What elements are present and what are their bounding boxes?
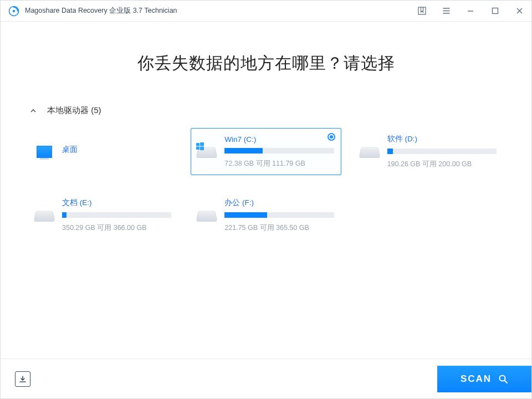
chevron-up-icon: [29, 107, 37, 115]
usage-bar: [62, 212, 171, 218]
minimize-button[interactable]: [458, 1, 483, 22]
drive-name: Win7 (C:): [224, 135, 334, 144]
search-icon: [498, 374, 508, 384]
drive-stats: 350.29 GB 可用 366.00 GB: [62, 223, 171, 233]
svg-rect-5: [200, 142, 204, 146]
hdd-icon: [197, 209, 216, 222]
drive-stats: 190.26 GB 可用 200.00 GB: [387, 160, 497, 169]
app-window: Magoshare Data Recovery 企业版 3.7 Technici…: [0, 0, 532, 399]
main-content: 你丢失数据的地方在哪里？请选择 本地驱动器 (5) 桌面Win7 (C:)72.…: [1, 22, 531, 359]
hdd-icon: [360, 146, 379, 158]
drive-item-e[interactable]: 文档 (E:)350.29 GB 可用 366.00 GB: [28, 192, 178, 239]
section-header-local-drives[interactable]: 本地驱动器 (5): [29, 105, 509, 116]
maximize-button[interactable]: [483, 1, 507, 22]
drive-name: 桌面: [62, 145, 171, 155]
svg-rect-6: [196, 146, 200, 150]
export-button[interactable]: [15, 371, 30, 387]
app-title: Magoshare Data Recovery 企业版 3.7 Technici…: [25, 6, 177, 16]
svg-point-1: [13, 9, 15, 12]
drive-item-d[interactable]: 软件 (D:)190.26 GB 可用 200.00 GB: [354, 128, 504, 175]
close-button[interactable]: [507, 1, 531, 22]
bookmarks-button[interactable]: [410, 1, 434, 22]
footer: SCAN: [1, 359, 531, 398]
svg-rect-4: [196, 143, 200, 146]
drive-name: 文档 (E:): [62, 198, 171, 208]
usage-bar: [224, 212, 334, 218]
app-logo-icon: [8, 6, 19, 17]
drive-name: 办公 (F:): [224, 198, 334, 208]
selected-radio-icon: [328, 133, 335, 141]
drive-item-f[interactable]: 办公 (F:)221.75 GB 可用 365.50 GB: [191, 192, 341, 239]
page-headline: 你丢失数据的地方在哪里？请选择: [23, 52, 509, 75]
svg-rect-7: [200, 146, 204, 150]
scan-button-label: SCAN: [461, 374, 492, 385]
usage-bar: [387, 149, 497, 154]
windows-drive-icon: [197, 146, 216, 158]
titlebar: Magoshare Data Recovery 企业版 3.7 Technici…: [1, 1, 531, 22]
menu-button[interactable]: [434, 1, 458, 22]
drive-item-c[interactable]: Win7 (C:)72.38 GB 可用 111.79 GB: [191, 128, 341, 175]
drive-item-desktop[interactable]: 桌面: [28, 128, 178, 175]
scan-button[interactable]: SCAN: [437, 366, 531, 392]
drive-name: 软件 (D:): [387, 134, 497, 144]
hdd-icon: [35, 209, 54, 222]
svg-rect-3: [492, 8, 498, 14]
drive-stats: 72.38 GB 可用 111.79 GB: [224, 159, 334, 168]
drive-grid: 桌面Win7 (C:)72.38 GB 可用 111.79 GB软件 (D:)1…: [23, 128, 509, 239]
desktop-icon: [37, 146, 52, 158]
usage-bar: [224, 148, 334, 154]
section-title: 本地驱动器 (5): [47, 105, 101, 116]
drive-stats: 221.75 GB 可用 365.50 GB: [224, 223, 334, 233]
